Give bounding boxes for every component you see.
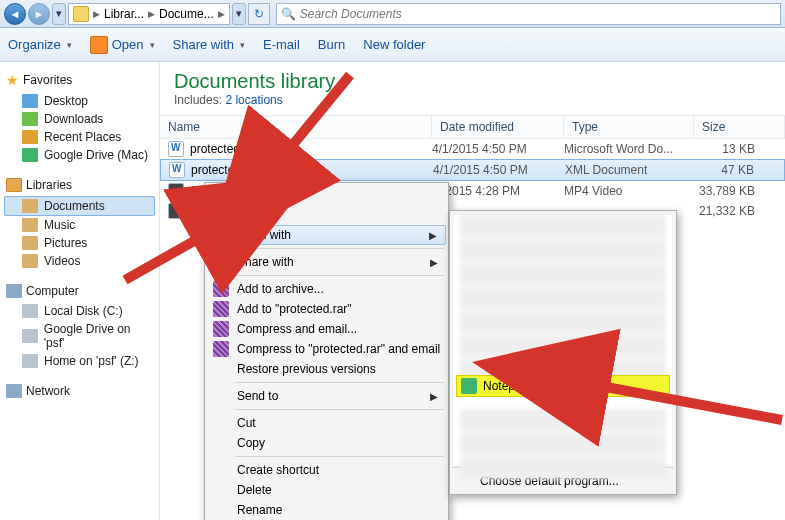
rar-icon [213, 301, 229, 317]
search-icon: 🔍 [281, 7, 296, 21]
menu-cut[interactable]: Cut [207, 413, 446, 433]
menu-separator [235, 275, 444, 276]
menu-compress-rar-email[interactable]: Compress to "protected.rar" and email [207, 339, 446, 359]
computer-header[interactable]: Computer [4, 280, 155, 302]
libraries-header[interactable]: Libraries [4, 174, 155, 196]
menu-rename[interactable]: Rename [207, 500, 446, 520]
open-with-submenu: Notepad Choose default program... [449, 210, 677, 495]
menu-create-shortcut[interactable]: Create shortcut [207, 460, 446, 480]
burn-button[interactable]: Burn [318, 37, 345, 52]
share-with-button[interactable]: Share with [173, 37, 245, 52]
breadcrumb[interactable]: ▶ Librar... ▶ Docume... ▶ [68, 3, 230, 25]
sidebar-item-google-drive[interactable]: Google Drive (Mac) [4, 146, 155, 164]
word-icon [169, 162, 185, 178]
sidebar-item-home-psf[interactable]: Home on 'psf' (Z:) [4, 352, 155, 370]
submenu-arrow-icon: ▶ [429, 230, 437, 241]
submenu-arrow-icon: ▶ [430, 257, 438, 268]
library-title: Documents library [160, 62, 785, 93]
menu-share-with[interactable]: Share with▶ [207, 252, 446, 272]
file-row[interactable]: protected 4/1/2015 4:50 PM Microsoft Wor… [160, 139, 785, 159]
menu-copy[interactable]: Copy [207, 433, 446, 453]
rar-icon [213, 281, 229, 297]
menu-add-rar[interactable]: Add to "protected.rar" [207, 299, 446, 319]
menu-open-with[interactable]: Open with▶ [207, 225, 446, 245]
music-icon [22, 218, 38, 232]
notepad-icon [461, 378, 477, 394]
menu-open[interactable]: Open [207, 185, 446, 205]
refresh-button[interactable]: ↻ [248, 3, 270, 25]
menu-separator [235, 409, 444, 410]
video-icon [168, 203, 184, 219]
column-date[interactable]: Date modified [432, 116, 564, 138]
chevron-right-icon: ▶ [148, 9, 155, 19]
menu-separator [235, 248, 444, 249]
disk-icon [22, 304, 38, 318]
navigation-pane: ★Favorites Desktop Downloads Recent Plac… [0, 62, 160, 520]
computer-icon [6, 284, 22, 298]
sidebar-item-recent-places[interactable]: Recent Places [4, 128, 155, 146]
submenu-blurred-area: Notepad [454, 215, 672, 465]
sidebar-item-gdrive-psf[interactable]: Google Drive on 'psf' [4, 320, 155, 352]
menu-delete[interactable]: Delete [207, 480, 446, 500]
favorites-header[interactable]: ★Favorites [4, 68, 155, 92]
sidebar-item-local-disk[interactable]: Local Disk (C:) [4, 302, 155, 320]
address-bar: ◄ ► ▾ ▶ Librar... ▶ Docume... ▶ ▾ ↻ 🔍 Se… [0, 0, 785, 28]
menu-separator [235, 456, 444, 457]
context-menu: Open Edit Open with▶ Share with▶ Add to … [204, 182, 449, 520]
sidebar-item-music[interactable]: Music [4, 216, 155, 234]
video-icon [168, 183, 184, 199]
disk-icon [22, 354, 38, 368]
toolbar: Organize Open Share with E-mail Burn New… [0, 28, 785, 62]
disk-icon [22, 329, 38, 343]
chevron-right-icon: ▶ [93, 9, 100, 19]
menu-compress-email[interactable]: Compress and email... [207, 319, 446, 339]
libraries-icon [6, 178, 22, 192]
star-icon: ★ [6, 72, 19, 88]
menu-add-archive[interactable]: Add to archive... [207, 279, 446, 299]
search-input[interactable]: 🔍 Search Documents [276, 3, 781, 25]
search-placeholder: Search Documents [300, 7, 402, 21]
documents-icon [22, 199, 38, 213]
forward-button[interactable]: ► [28, 3, 50, 25]
network-header[interactable]: Network [4, 380, 155, 402]
menu-send-to[interactable]: Send to▶ [207, 386, 446, 406]
menu-restore-versions[interactable]: Restore previous versions [207, 359, 446, 379]
menu-edit[interactable]: Edit [207, 205, 446, 225]
submenu-arrow-icon: ▶ [430, 391, 438, 402]
open-icon [90, 36, 108, 54]
history-dropdown[interactable]: ▾ [52, 3, 66, 25]
breadcrumb-documents[interactable]: Docume... [159, 7, 214, 21]
sidebar-item-pictures[interactable]: Pictures [4, 234, 155, 252]
column-size[interactable]: Size [694, 116, 785, 138]
file-row-selected[interactable]: protected 4/1/2015 4:50 PM XML Document … [160, 159, 785, 181]
network-icon [6, 384, 22, 398]
organize-button[interactable]: Organize [8, 37, 72, 52]
open-button[interactable]: Open [90, 36, 155, 54]
back-button[interactable]: ◄ [4, 3, 26, 25]
recent-icon [22, 130, 38, 144]
email-button[interactable]: E-mail [263, 37, 300, 52]
new-folder-button[interactable]: New folder [363, 37, 425, 52]
sidebar-item-documents[interactable]: Documents [4, 196, 155, 216]
library-subtitle: Includes: 2 locations [160, 93, 785, 115]
sidebar-item-downloads[interactable]: Downloads [4, 110, 155, 128]
desktop-icon [22, 94, 38, 108]
column-type[interactable]: Type [564, 116, 694, 138]
breadcrumb-dropdown[interactable]: ▾ [232, 3, 246, 25]
gdrive-icon [22, 148, 38, 162]
menu-notepad[interactable]: Notepad [456, 375, 670, 397]
chevron-right-icon: ▶ [218, 9, 225, 19]
downloads-icon [22, 112, 38, 126]
locations-link[interactable]: 2 locations [225, 93, 282, 107]
column-headers: Name Date modified Type Size [160, 115, 785, 139]
sidebar-item-videos[interactable]: Videos [4, 252, 155, 270]
sidebar-item-desktop[interactable]: Desktop [4, 92, 155, 110]
menu-separator [235, 382, 444, 383]
rar-icon [213, 341, 229, 357]
pictures-icon [22, 236, 38, 250]
breadcrumb-libraries[interactable]: Librar... [104, 7, 144, 21]
word-icon [168, 141, 184, 157]
videos-icon [22, 254, 38, 268]
folder-icon [73, 6, 89, 22]
column-name[interactable]: Name [160, 116, 432, 138]
